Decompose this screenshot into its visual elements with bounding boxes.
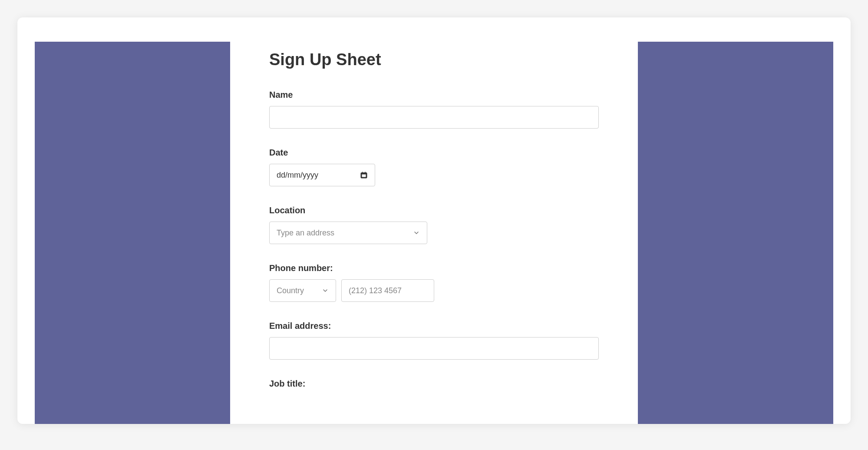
- form-title: Sign Up Sheet: [269, 50, 599, 69]
- form-area: Sign Up Sheet Name Date dd/mm/yyyy: [269, 42, 599, 424]
- date-placeholder: dd/mm/yyyy: [277, 171, 318, 180]
- chevron-down-icon: [413, 229, 420, 236]
- phone-country-select[interactable]: Country: [269, 279, 336, 302]
- phone-number-input[interactable]: [341, 279, 434, 302]
- date-input[interactable]: dd/mm/yyyy: [269, 164, 375, 186]
- phone-field-group: Phone number: Country: [269, 263, 599, 302]
- name-input[interactable]: [269, 106, 599, 129]
- chevron-down-icon: [322, 287, 329, 294]
- name-field-group: Name: [269, 90, 599, 129]
- phone-country-placeholder: Country: [277, 286, 304, 295]
- location-placeholder: Type an address: [277, 228, 334, 238]
- job-title-field-group: Job title:: [269, 379, 599, 389]
- phone-label: Phone number:: [269, 263, 599, 273]
- form-inner-layout: Sign Up Sheet Name Date dd/mm/yyyy: [35, 42, 833, 424]
- email-label: Email address:: [269, 321, 599, 331]
- right-decorative-panel: [638, 42, 833, 424]
- email-input[interactable]: [269, 337, 599, 360]
- location-label: Location: [269, 205, 599, 215]
- calendar-icon: [360, 171, 368, 179]
- location-select[interactable]: Type an address: [269, 222, 427, 244]
- form-card: Sign Up Sheet Name Date dd/mm/yyyy: [17, 17, 851, 424]
- date-label: Date: [269, 148, 599, 158]
- date-field-group: Date dd/mm/yyyy: [269, 148, 599, 186]
- name-label: Name: [269, 90, 599, 100]
- left-decorative-panel: [35, 42, 230, 424]
- svg-rect-1: [362, 174, 366, 178]
- location-field-group: Location Type an address: [269, 205, 599, 244]
- email-field-group: Email address:: [269, 321, 599, 360]
- job-title-label: Job title:: [269, 379, 599, 389]
- phone-row: Country: [269, 279, 599, 302]
